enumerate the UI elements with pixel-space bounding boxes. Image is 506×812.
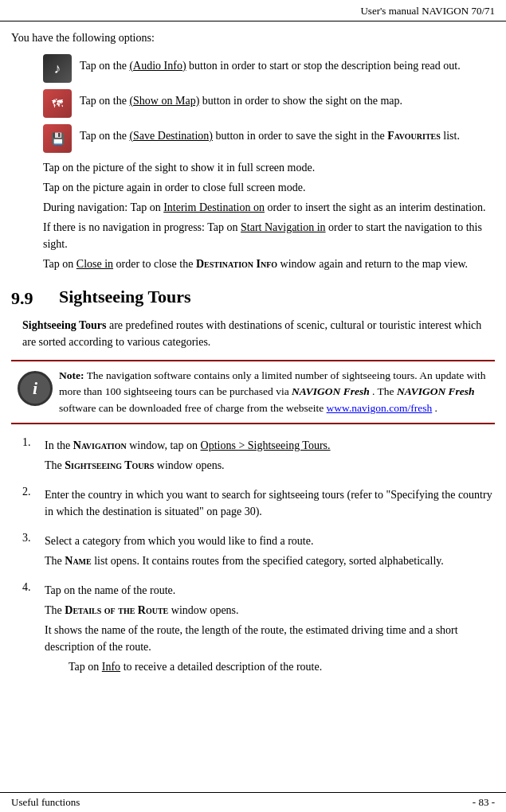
step-2-num: 2.	[22, 483, 45, 523]
section-intro: Sightseeing Tours are predefined routes …	[22, 317, 495, 350]
plain-bullets: Tap on the picture of the sight to show …	[11, 159, 495, 272]
info-link: Info	[102, 661, 120, 673]
audio-text-before: Tap on the	[80, 60, 129, 72]
sightseeing-tours-word: Sightseeing Tours	[65, 459, 154, 471]
audio-text-after: button in order to start or stop the des…	[189, 60, 461, 72]
save-destination-link: (Save Destination)	[129, 130, 213, 142]
step-4-sub1: The Details of the Route window opens.	[45, 602, 495, 619]
step-4-main: Tap on the name of the route.	[45, 582, 495, 599]
audio-info-link: (Audio Info)	[129, 60, 186, 72]
map-bullet: 🗺 Tap on the (Show on Map) button in ord…	[43, 89, 495, 118]
plain-bullet-1: Tap on the picture of the sight to show …	[43, 159, 495, 176]
save-icon: 💾	[51, 131, 65, 147]
navigon-fresh-2: NAVIGON Fresh	[397, 385, 475, 397]
navigon-fresh-1: NAVIGON Fresh	[292, 385, 370, 397]
note-end: software can be downloaded free of charg…	[59, 402, 327, 414]
step-1: 1. In the Navigation window, tap on Opti…	[22, 434, 495, 477]
step-1-num: 1.	[22, 434, 45, 477]
save-text-before: Tap on the	[80, 130, 129, 142]
interim-dest-link: Interim Destination on	[163, 201, 265, 213]
audio-bullet: ♪ Tap on the (Audio Info) button in orde…	[43, 54, 495, 83]
section-title: Sightseeing Tours	[59, 287, 191, 307]
save-text-after: button in order to save the sight in the…	[216, 130, 460, 142]
note-box: i Note: The navigation software contains…	[11, 360, 495, 424]
page-footer: Useful functions - 83 -	[0, 792, 506, 812]
icon-bullets: ♪ Tap on the (Audio Info) button in orde…	[11, 54, 495, 153]
main-content: You have the following options: ♪ Tap on…	[0, 21, 506, 716]
step-3-num: 3.	[22, 529, 45, 572]
sightseeing-bold: Sightseeing Tours	[22, 319, 106, 331]
navigon-link[interactable]: www.navigon.com/fresh	[327, 402, 433, 414]
details-word: Details of the Route	[65, 604, 168, 616]
step-3-sub: The Name list opens. It contains routes …	[45, 552, 495, 569]
save-icon-box: 💾	[43, 124, 72, 153]
note-icon: i	[18, 371, 53, 406]
close-link: Close in	[76, 258, 113, 270]
start-nav-link: Start Navigation in	[241, 221, 326, 233]
step-3-main: Select a category from which you would l…	[45, 533, 495, 549]
step-1-sub: The Sightseeing Tours window opens.	[45, 457, 495, 474]
step-4-num: 4.	[22, 579, 45, 678]
note-icon-wrap: i	[11, 368, 59, 406]
step-1-content: In the Navigation window, tap on Options…	[45, 434, 495, 477]
map-bullet-text: Tap on the (Show on Map) button in order…	[80, 89, 495, 109]
step-3-content: Select a category from which you would l…	[45, 529, 495, 572]
step-2-content: Enter the country in which you want to s…	[45, 483, 495, 523]
options-link: Options > Sightseeing Tours.	[201, 439, 331, 451]
section-number: 9.9	[11, 287, 59, 309]
map-icon: 🗺	[52, 96, 63, 112]
step-2-main: Enter the country in which you want to s…	[45, 486, 495, 520]
plain-bullet-3: During navigation: Tap on Interim Destin…	[43, 199, 495, 216]
note-period: .	[435, 402, 437, 414]
header-text: User's manual NAVIGON 70/71	[360, 5, 495, 17]
audio-bullet-text: Tap on the (Audio Info) button in order …	[80, 54, 495, 74]
name-word: Name	[65, 555, 91, 567]
plain-bullet-5: Tap on Close in order to close the Desti…	[43, 256, 495, 272]
step-3: 3. Select a category from which you woul…	[22, 529, 495, 572]
map-icon-box: 🗺	[43, 89, 72, 118]
footer-right: - 83 -	[473, 796, 495, 809]
map-text-before: Tap on the	[80, 95, 129, 107]
show-on-map-link: (Show on Map)	[129, 95, 199, 107]
note-label: Note:	[59, 369, 84, 381]
step-1-main: In the Navigation window, tap on Options…	[45, 437, 495, 454]
note-mid: . The	[372, 385, 397, 397]
numbered-list: 1. In the Navigation window, tap on Opti…	[11, 434, 495, 678]
plain-bullet-2: Tap on the picture again in order to clo…	[43, 179, 495, 196]
note-text: Note: The navigation software contains o…	[59, 368, 495, 416]
audio-icon-box: ♪	[43, 54, 72, 83]
step-4: 4. Tap on the name of the route. The Det…	[22, 579, 495, 678]
intro-text: You have the following options:	[11, 29, 495, 46]
save-bullet: 💾 Tap on the (Save Destination) button i…	[43, 124, 495, 153]
step-4-sub2: It shows the name of the route, the leng…	[45, 622, 495, 655]
footer-left: Useful functions	[11, 796, 80, 809]
section-body: Sightseeing Tours are predefined routes …	[11, 317, 495, 350]
plain-bullet-4: If there is no navigation in progress: T…	[43, 219, 495, 252]
note-icon-label: i	[33, 378, 37, 399]
step-4-sub3: Tap on Info to receive a detailed descri…	[45, 658, 495, 675]
audio-icon: ♪	[54, 58, 61, 80]
navigation-word: Navigation	[73, 439, 127, 451]
step-2: 2. Enter the country in which you want t…	[22, 483, 495, 523]
step-4-content: Tap on the name of the route. The Detail…	[45, 579, 495, 678]
section-header: 9.9 Sightseeing Tours	[11, 287, 495, 309]
save-bullet-text: Tap on the (Save Destination) button in …	[80, 124, 495, 144]
map-text-after: button in order to show the sight on the…	[202, 95, 402, 107]
page-header: User's manual NAVIGON 70/71	[0, 0, 506, 21]
